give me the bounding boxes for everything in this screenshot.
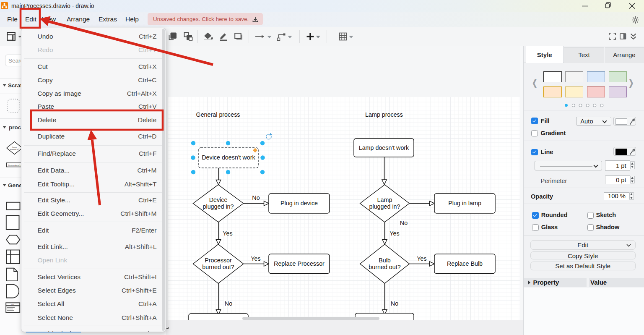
svg-text:Yes: Yes (223, 230, 232, 237)
svg-text:Processor: Processor (205, 257, 232, 264)
svg-text:Yes: Yes (390, 230, 399, 237)
svg-text:List: List (11, 304, 14, 306)
svg-text:Replace Bulb: Replace Bulb (447, 260, 483, 267)
svg-text:Yes: Yes (417, 255, 426, 262)
svg-text:Plug in lamp: Plug in lamp (448, 200, 481, 207)
svg-text:No: No (252, 194, 260, 201)
svg-text:Lamp: Lamp (377, 196, 392, 203)
svg-text:No: No (225, 300, 232, 307)
svg-text:General process: General process (196, 111, 240, 118)
svg-text:Plug in device: Plug in device (280, 200, 318, 207)
svg-text:Lamp doesn't work: Lamp doesn't work (359, 144, 409, 151)
svg-text:plugged in?: plugged in? (203, 203, 234, 210)
svg-text:Lamp process: Lamp process (365, 111, 403, 118)
svg-text:Device: Device (209, 196, 228, 203)
svg-text:plugged in?: plugged in? (369, 203, 400, 210)
svg-text:burned out?: burned out? (202, 264, 234, 270)
svg-text:Bulb: Bulb (379, 257, 391, 264)
svg-text:Replace Processor: Replace Processor (274, 260, 325, 267)
svg-text:burned out?: burned out? (369, 264, 400, 270)
svg-text:No: No (400, 220, 408, 226)
svg-text:Device doesn't work: Device doesn't work (202, 154, 255, 161)
svg-text:No: No (391, 300, 398, 307)
svg-text:Yes: Yes (251, 255, 260, 262)
svg-text:plugged in?: plugged in? (10, 148, 19, 150)
